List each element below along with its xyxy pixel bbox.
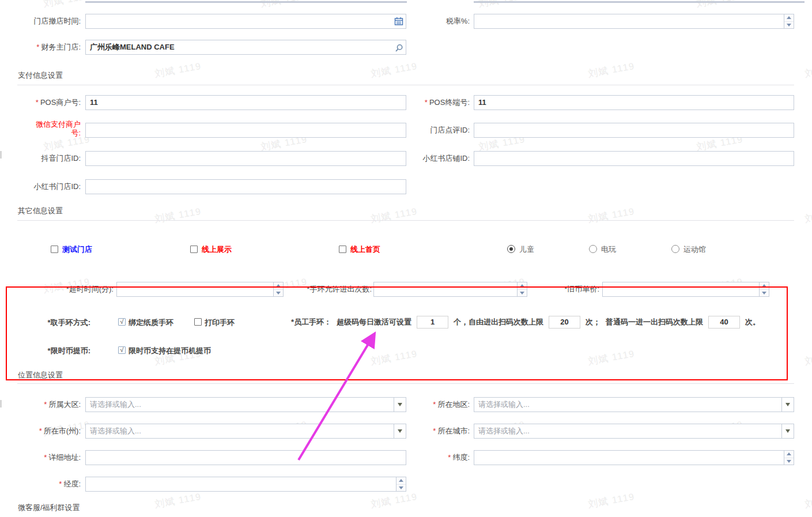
venue-label-kids: 儿童 [519,244,534,255]
staff-band-text: 普通码一进一出扫码次数上限 [606,316,703,329]
watermark-text: 刘斌 1119 [804,347,812,368]
spinner-down-button[interactable] [396,484,406,492]
venue-label-sports: 运动馆 [683,244,706,255]
watermark-text: 刘斌 1119 [370,205,418,226]
watermark-text: 刘斌 1119 [804,205,812,226]
super-code-count-input[interactable]: 1 [417,316,448,329]
calendar-icon[interactable] [394,17,403,31]
watermark-text: 刘斌 1119 [370,59,418,81]
staff-band-row: *员工手环： 超级码每日激活可设置 1 个，自由进出扫码次数上限 20 次； 普… [291,316,760,329]
tax-rate-input[interactable] [474,14,794,29]
venue-label-arcade: 电玩 [601,244,616,255]
check-mark-icon: √ [120,346,123,353]
old-coin-price-label: *旧币单价: [536,282,599,297]
online-display-checkbox[interactable] [190,246,198,253]
watermark-layer: 刘斌 1119刘斌 1119刘斌 1119刘斌 1119刘斌 1119刘斌 11… [0,0,812,517]
area-label: *所在地区: [389,397,470,412]
print-band-checkbox[interactable] [194,318,202,326]
section-title-location: 位置信息设置 [18,370,63,380]
spinner-down-button[interactable] [518,289,527,297]
test-store-checkbox[interactable] [51,246,58,253]
dianping-id-input[interactable] [474,123,794,138]
tax-rate-label: 税率%: [403,14,470,29]
store-settings-form: 刘斌 1119刘斌 1119刘斌 1119刘斌 1119刘斌 1119刘斌 11… [0,0,812,517]
latitude-input[interactable] [474,450,794,465]
venue-radio-sports[interactable] [671,245,679,253]
chevron-down-icon [785,403,790,406]
timed-coin-checkbox[interactable]: √ [118,346,126,354]
section-title-other: 其它信息设置 [18,206,63,216]
dropdown-button[interactable] [781,424,794,438]
search-icon[interactable] [395,43,403,57]
spinner-down-button[interactable] [784,458,794,465]
section-title-payment: 支付信息设置 [18,70,63,81]
paper-band-checkbox[interactable]: √ [118,318,126,326]
band-allow-io-label: *手环允许进出次数: [285,282,372,297]
check-mark-icon: √ [120,318,123,325]
longitude-input[interactable] [85,477,406,492]
spinner-up-button[interactable] [784,451,794,458]
band-mode-label: *取手环方式: [21,316,90,329]
xhs-store-id-input[interactable] [85,179,406,194]
xhs-shop-id-input[interactable] [474,151,794,166]
timed-coin-label: *限时币提币: [21,345,90,357]
dianping-id-label: 门店点评ID: [389,123,470,138]
watermark-text: 刘斌 1119 [587,59,636,81]
area-combobox[interactable]: 请选择或输入... [474,397,794,412]
xhs-shop-id-label: 小红书店铺ID: [389,151,470,166]
douyin-store-id-input[interactable] [85,151,406,166]
address-input[interactable] [85,450,406,465]
store-close-time-input[interactable] [85,14,406,29]
old-coin-price-input[interactable] [602,282,769,297]
dropdown-button[interactable] [781,398,794,412]
spinner-up-button[interactable] [760,282,769,289]
section-divider [17,220,794,221]
spinner-down-button[interactable] [784,21,794,29]
spinner-up-button[interactable] [518,282,527,289]
online-homepage-label: 线上首页 [350,244,380,255]
timeout-minutes-input[interactable] [116,282,284,297]
city-combobox[interactable]: 请选择或输入... [474,424,794,439]
band-allow-io-input[interactable] [373,282,527,297]
normal-code-scan-limit-input[interactable]: 40 [708,316,740,329]
wechat-pay-merchant-input[interactable] [85,123,406,138]
latitude-spinner [784,451,794,465]
staff-band-text: 个，自由进出扫码次数上限 [454,316,543,329]
xhs-store-id-label: 小红书门店ID: [12,179,81,194]
staff-band-text: 次； [586,316,600,329]
store-close-time-label: 门店撤店时间: [12,14,81,29]
timed-coin-option-label: 限时币支持在提币机提币 [129,345,211,357]
state-combobox[interactable]: 请选择或输入... [85,424,406,439]
tax-rate-spinner [784,14,794,28]
venue-radio-arcade[interactable] [589,245,597,253]
left-edge-fragment [0,400,2,407]
watermark-text: 刘斌 1119 [587,490,636,511]
finance-main-store-input[interactable]: 广州乐峰MELAND CAFE [85,40,406,55]
left-edge-fragment [0,151,2,159]
pos-merchant-input[interactable]: 11 [85,95,406,110]
chevron-down-icon [785,429,790,433]
spinner-up-button[interactable] [784,14,794,21]
pos-merchant-label: *POS商户号: [12,95,81,110]
pos-terminal-input[interactable]: 11 [474,95,794,110]
spinner-up-button[interactable] [396,477,406,484]
latitude-label: *纬度: [389,450,470,465]
free-io-scan-limit-input[interactable]: 20 [549,316,580,329]
section-title-service-group: 微客服/福利群设置 [18,503,80,513]
paper-band-label: 绑定纸质手环 [129,316,173,329]
spinner-up-button[interactable] [274,282,283,289]
online-display-label: 线上展示 [202,244,232,255]
timeout-spinner [273,282,283,296]
state-label: *所在市(州): [12,424,81,439]
watermark-text: 刘斌 1119 [370,347,418,368]
online-homepage-checkbox[interactable] [339,246,346,253]
spinner-down-button[interactable] [760,289,769,297]
test-store-label: 测试门店 [62,244,92,255]
watermark-text: 刘斌 1119 [154,205,202,226]
spinner-down-button[interactable] [274,289,283,297]
watermark-text: 刘斌 1119 [43,0,91,10]
venue-radio-kids[interactable] [507,245,515,253]
city-label: *所在城市: [389,424,470,439]
region-combobox[interactable]: 请选择或输入... [85,397,406,412]
staff-band-text: 超级码每日激活可设置 [337,316,411,329]
